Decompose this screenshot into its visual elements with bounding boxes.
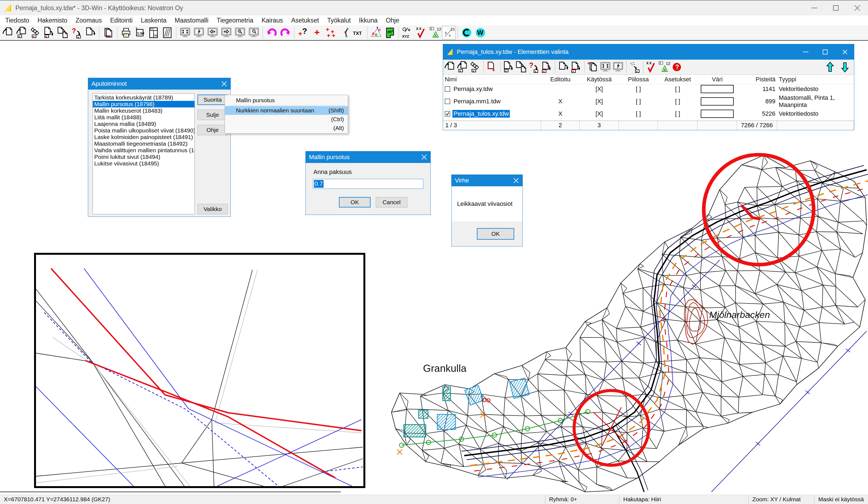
column-header-asetukset[interactable]: Asetukset [658, 75, 698, 84]
minimize-button[interactable] [804, 1, 825, 16]
cell-kaytossa[interactable]: [X] [580, 109, 619, 119]
cell-asetukset[interactable]: [ ] [658, 84, 698, 94]
list-item[interactable]: Maastomalli tiegeometriasta (18492) [93, 141, 195, 147]
column-header-väri[interactable]: Väri [698, 75, 737, 84]
cell-piilossa[interactable]: [ ] [619, 94, 658, 109]
open-multiple-icon[interactable] [29, 26, 42, 40]
file-name[interactable]: Pernaja.xy.tdw [452, 85, 494, 93]
point-add-icon[interactable]: + [310, 26, 324, 40]
open-file-options-icon[interactable] [15, 26, 29, 40]
pursotus-ok-button[interactable]: OK [339, 197, 371, 207]
point-query-icon[interactable]: +? [296, 26, 310, 40]
list-item[interactable]: Laske kolmioiden painopisteet (18491) [93, 134, 195, 141]
w-tool-icon[interactable]: W [474, 26, 487, 40]
save-all-icon[interactable] [83, 26, 97, 40]
menu-tiegeometria[interactable]: Tiegeometria [213, 16, 257, 25]
drawing-workspace[interactable]: GrankullaMjölnarbacken Pernaja_tulos.xy.… [0, 41, 868, 495]
row-checkbox[interactable] [445, 111, 450, 116]
list-item[interactable]: Lukitse viivasivut (18495) [93, 160, 195, 167]
copy-add-icon[interactable]: + [587, 61, 599, 73]
point-move-icon[interactable]: ++++ [324, 26, 338, 40]
element-maximize-icon[interactable] [823, 50, 828, 54]
column-header-nimi[interactable]: Nimi [443, 75, 541, 84]
menu-ohje[interactable]: Ohje [382, 16, 403, 25]
save-query-icon[interactable]: ? [528, 61, 540, 73]
line-edit-icon[interactable]: + [338, 26, 351, 40]
aputoiminnot-title-bar[interactable]: Aputoiminnot [88, 78, 230, 90]
function-list[interactable]: Tarkista korkeuskäyrät (18789)Mallin pur… [93, 93, 195, 214]
open-file-options-icon[interactable] [456, 61, 469, 73]
monitor-fit-icon[interactable] [178, 26, 192, 40]
page-layout-icon[interactable]: IW [147, 26, 161, 40]
context-menu-item[interactable]: (Alt) [225, 124, 348, 132]
save-file-as-icon[interactable] [515, 61, 528, 73]
pursotus-cancel-button[interactable]: Cancel [376, 197, 407, 207]
area-calc-icon[interactable]: m² [383, 26, 397, 40]
menu-laskenta[interactable]: Laskenta [137, 16, 170, 25]
aputoiminnot-close-icon[interactable] [221, 81, 227, 87]
thickness-input[interactable]: 0.7 [313, 179, 423, 189]
div-xyz-icon[interactable]: O+XYZ [401, 26, 414, 40]
menu-tiedosto[interactable]: Tiedosto [1, 16, 33, 25]
virhe-ok-button[interactable]: OK [477, 228, 514, 240]
cell-kaytossa[interactable]: [X] [580, 84, 619, 94]
file-name[interactable]: Pernaja.mm1.tdw [452, 97, 502, 105]
color-swatch[interactable] [701, 97, 734, 105]
column-header-käytössä[interactable]: Käytössä [580, 75, 619, 84]
element-window-title-bar[interactable]: Pernaja_tulos.xy.tdw - Elementtien valin… [443, 44, 854, 60]
table-row[interactable]: Pernaja.xy.tdw[X][ ][ ]1141Vektoritiedos… [443, 84, 854, 94]
context-menu-item[interactable]: (Ctrl) [225, 115, 348, 124]
pursotus-close-icon[interactable] [421, 154, 427, 160]
menu-ikkuna[interactable]: Ikkuna [355, 16, 382, 25]
list-item[interactable]: Tarkista korkeuskäyrät (18789) [93, 94, 195, 101]
color-swatch[interactable] [701, 110, 734, 118]
move-points-icon[interactable] [629, 61, 641, 73]
table-row[interactable]: Pernaja_tulos.xy.tdwX[X][ ][ ]5226Vektor… [443, 109, 854, 119]
context-menu-item[interactable]: Mallin pursotus [225, 96, 348, 105]
print-icon[interactable] [119, 26, 133, 40]
list-item[interactable]: Poista mallin ulkopuoliset viivat (18490… [93, 127, 195, 134]
cell-kaytossa[interactable]: [X] [580, 94, 619, 109]
list-item[interactable]: Mallin pursotus (18798) [93, 101, 195, 107]
cell-asetukset[interactable]: [ ] [658, 94, 698, 109]
redo-icon[interactable] [279, 26, 292, 40]
close-button[interactable] [847, 1, 868, 16]
menu-editointi[interactable]: Editointi [106, 16, 137, 25]
list-item[interactable]: Poimi lukitut sivut (18494) [93, 154, 195, 160]
cell-editoitu[interactable]: X [541, 94, 580, 109]
arrow-down-icon[interactable] [839, 61, 851, 73]
monitor-left-icon[interactable] [206, 26, 219, 40]
virhe-title-bar[interactable]: Virhe [452, 175, 523, 186]
list-item[interactable]: Liitä mallit (18488) [93, 114, 195, 121]
cell-editoitu[interactable] [541, 84, 580, 94]
check-points-icon[interactable]: XX·. [645, 61, 658, 73]
undo-icon[interactable] [265, 26, 279, 40]
context-menu-item[interactable]: Nurkkien normaalien suuntaan(Shift) [225, 106, 348, 115]
cell-piilossa[interactable]: [ ] [619, 84, 658, 94]
valikko-button[interactable]: Valikko [197, 204, 228, 214]
color-swatch[interactable] [701, 85, 734, 93]
monitor-fit-icon[interactable] [599, 61, 612, 73]
menu-maastomalli[interactable]: Maastomalli [170, 16, 213, 25]
add-file-icon[interactable]: + [486, 61, 498, 73]
monitor-zoom-out-icon[interactable] [247, 26, 261, 40]
cell-asetukset[interactable]: [ ] [658, 109, 698, 119]
angle-calc-icon[interactable]: ABα [369, 26, 383, 40]
save-file-icon[interactable] [503, 61, 515, 73]
triangle-12-icon[interactable]: x̄12X [658, 61, 671, 73]
virhe-close-icon[interactable] [513, 177, 519, 184]
triangle-12-icon[interactable]: x̄12X [428, 26, 442, 40]
save-selected-icon[interactable] [540, 61, 553, 73]
menu-työkalut[interactable]: Työkalut [323, 16, 355, 25]
column-header-tyyppi[interactable]: Tyyppi [777, 75, 854, 84]
save-all-icon[interactable] [557, 61, 570, 73]
scale-150-icon[interactable]: x1:50 [133, 26, 147, 40]
ohje-button[interactable]: Ohje [197, 125, 228, 135]
list-item[interactable]: Vaihda valittujen mallien pintatunnus (1… [93, 147, 195, 154]
check-points-icon[interactable]: XX·. [414, 26, 428, 40]
maximize-button[interactable] [825, 1, 847, 16]
save-file-icon[interactable] [42, 26, 56, 40]
table-row[interactable]: Pernaja.mm1.tdwX[X][ ][ ]899Maastomalli,… [443, 94, 854, 109]
text-edit-icon[interactable]: TXT [351, 26, 365, 40]
cell-piilossa[interactable]: [ ] [619, 109, 658, 119]
